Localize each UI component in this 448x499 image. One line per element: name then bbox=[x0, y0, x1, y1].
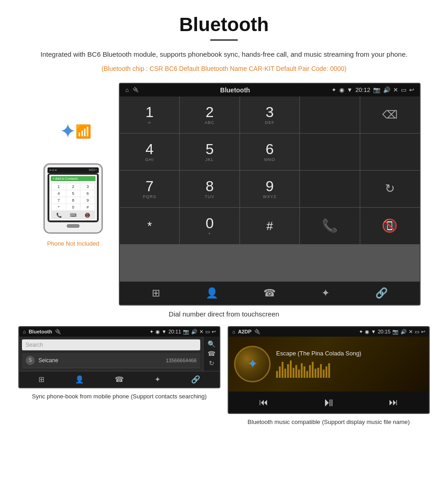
music-back-icon[interactable]: ↩ bbox=[421, 329, 425, 335]
music-time: 20:15 bbox=[378, 329, 390, 334]
nav-bluetooth-icon[interactable]: ✦ bbox=[321, 287, 330, 299]
dial-key-star[interactable]: * bbox=[120, 208, 179, 244]
dial-key-9[interactable]: 9 WXYZ bbox=[240, 171, 299, 207]
back-nav-icon[interactable]: ↩ bbox=[409, 86, 414, 93]
search-bar[interactable]: Search bbox=[22, 339, 200, 350]
phone-key-9[interactable]: 9 bbox=[80, 197, 95, 204]
dial-key-hash[interactable]: # bbox=[240, 208, 299, 244]
pb-nav-grid[interactable]: ⊞ bbox=[38, 375, 44, 384]
eq-bar bbox=[293, 368, 294, 378]
home-icon[interactable]: ⌂ bbox=[125, 86, 129, 93]
pb-nav-person[interactable]: 👤 bbox=[75, 375, 84, 384]
dial-backspace[interactable]: ⌫ bbox=[360, 97, 420, 133]
main-section: ✦ 📶 M32+ + Add to Contacts 1 2 3 bbox=[27, 83, 421, 306]
phone-screen: + Add to Contacts 1 2 3 4 5 6 7 8 9 * 0 … bbox=[48, 173, 99, 222]
phone-call-icon[interactable]: 📞 bbox=[56, 213, 62, 218]
pb-sig-icon: ▼ bbox=[162, 329, 167, 334]
phone-key-3[interactable]: 3 bbox=[80, 183, 95, 190]
album-bt-icon: ✦ bbox=[247, 356, 258, 371]
phone-contact-area: + Add to Contacts 1 2 3 4 5 6 7 8 9 * 0 … bbox=[49, 175, 97, 220]
phone-key-hash[interactable]: # bbox=[80, 204, 95, 210]
dial-key-4[interactable]: 4 GHI bbox=[120, 134, 179, 170]
pb-search-icon[interactable]: 🔍 bbox=[208, 340, 215, 348]
eq-bar bbox=[320, 364, 322, 378]
song-title: Escape (The Pina Colada Song) bbox=[276, 350, 423, 357]
pb-nav-bt[interactable]: ✦ bbox=[155, 375, 160, 384]
phone-key-1[interactable]: 1 bbox=[52, 183, 66, 190]
pb-nav-link[interactable]: 🔗 bbox=[191, 375, 200, 384]
dial-key-7[interactable]: 7 PQRS bbox=[120, 171, 179, 207]
dial-empty-1 bbox=[300, 97, 359, 133]
music-vol-icon[interactable]: 🔊 bbox=[400, 329, 407, 335]
phone-key-8[interactable]: 8 bbox=[66, 197, 80, 204]
volume-icon[interactable]: 🔊 bbox=[383, 86, 390, 93]
pb-back-icon[interactable]: ↩ bbox=[212, 329, 216, 335]
main-caption: Dial number direct from touchscreen bbox=[0, 310, 448, 318]
nav-person-icon[interactable]: 👤 bbox=[206, 287, 218, 299]
dial-key-8[interactable]: 8 TUV bbox=[180, 171, 239, 207]
music-screen-icon[interactable]: ▭ bbox=[415, 329, 419, 335]
pb-screen-icon[interactable]: ▭ bbox=[205, 329, 210, 335]
close-icon[interactable]: ✕ bbox=[393, 86, 398, 93]
eq-bar bbox=[301, 363, 303, 378]
play-pause-button[interactable]: ⏯ bbox=[323, 395, 335, 409]
dial-key-3[interactable]: 3 DEF bbox=[240, 97, 299, 133]
dial-key-0[interactable]: 0 + bbox=[180, 208, 239, 244]
phone-key-6[interactable]: 6 bbox=[80, 190, 95, 197]
phonebook-screen-wrapper: ⌂ Bluetooth 🔌 ✦ ◉ ▼ 20:11 📷 🔊 ✕ ▭ ↩ bbox=[18, 326, 220, 427]
eq-bar bbox=[284, 369, 286, 378]
music-close-icon[interactable]: ✕ bbox=[409, 329, 413, 335]
nav-grid-icon[interactable]: ⊞ bbox=[152, 287, 160, 299]
pb-cam-icon[interactable]: 📷 bbox=[183, 329, 189, 335]
music-home-icon[interactable]: ⌂ bbox=[232, 329, 235, 334]
screen-icon[interactable]: ▭ bbox=[401, 86, 406, 93]
music-status-right: ✦ ◉ ▼ 20:15 📷 🔊 ✕ ▭ ↩ bbox=[359, 329, 425, 335]
subtitle: Integrated with BC6 Bluetooth module, su… bbox=[0, 49, 448, 60]
pb-phone-icon[interactable]: ☎ bbox=[208, 350, 215, 357]
phone-key-4[interactable]: 4 bbox=[52, 190, 66, 197]
phone-key-star[interactable]: * bbox=[52, 204, 66, 210]
phone-home-button[interactable] bbox=[67, 224, 80, 228]
pb-title: Bluetooth bbox=[29, 329, 52, 334]
eq-bar bbox=[282, 362, 283, 378]
dial-key-5[interactable]: 5 JKL bbox=[180, 134, 239, 170]
phone-keypad-icon[interactable]: ⌨ bbox=[70, 213, 76, 218]
phone-end-icon[interactable]: 📵 bbox=[85, 213, 90, 218]
dial-red-end[interactable]: 📵 bbox=[360, 208, 420, 244]
phone-key-5[interactable]: 5 bbox=[66, 190, 80, 197]
dial-key-1[interactable]: 1 ∞ bbox=[120, 97, 179, 133]
nav-phone-icon[interactable]: ☎ bbox=[263, 287, 276, 299]
add-contact-button[interactable]: + Add to Contacts bbox=[51, 176, 96, 181]
phone-carrier: M32+ bbox=[89, 168, 97, 172]
phone-key-0[interactable]: 0 bbox=[66, 204, 80, 210]
dial-empty-4 bbox=[300, 171, 359, 207]
eq-bar bbox=[306, 371, 308, 378]
pb-refresh-icon[interactable]: ↻ bbox=[209, 359, 214, 367]
phone-key-2[interactable]: 2 bbox=[66, 183, 80, 190]
phone-key-7[interactable]: 7 bbox=[52, 197, 66, 204]
contact-number: 13566664466 bbox=[166, 358, 197, 363]
pb-home-icon[interactable]: ⌂ bbox=[23, 329, 26, 334]
camera-icon[interactable]: 📷 bbox=[373, 86, 380, 93]
time-display: 20:12 bbox=[355, 86, 370, 93]
dial-green-call[interactable]: 📞 bbox=[300, 208, 359, 244]
dial-key-6[interactable]: 6 MNO bbox=[240, 134, 299, 170]
eq-bar bbox=[279, 366, 281, 378]
dial-key-2[interactable]: 2 ABC bbox=[180, 97, 239, 133]
search-placeholder: Search bbox=[26, 342, 43, 348]
usb-icon: 🔌 bbox=[133, 87, 139, 93]
pb-nav-phone[interactable]: ☎ bbox=[115, 375, 124, 384]
contact-row[interactable]: S Seicane 13566664466 bbox=[22, 353, 200, 368]
music-cam-icon[interactable]: 📷 bbox=[392, 329, 399, 335]
signal-icon: ▼ bbox=[347, 86, 353, 93]
phone-mockup: M32+ + Add to Contacts 1 2 3 4 5 6 7 8 9 bbox=[43, 163, 103, 234]
phone-status-dots bbox=[49, 169, 57, 171]
prev-track-button[interactable]: ⏮ bbox=[259, 397, 268, 408]
dial-refresh[interactable]: ↻ bbox=[360, 171, 420, 207]
car-status-bar: ⌂ 🔌 Bluetooth ✦ ◉ ▼ 20:12 📷 🔊 ✕ ▭ ↩ bbox=[120, 84, 420, 97]
next-track-button[interactable]: ⏭ bbox=[389, 397, 398, 408]
nav-link-icon[interactable]: 🔗 bbox=[375, 287, 388, 299]
pb-vol-icon[interactable]: 🔊 bbox=[191, 329, 197, 335]
eq-bar bbox=[317, 368, 319, 378]
pb-close-icon[interactable]: ✕ bbox=[199, 329, 203, 335]
